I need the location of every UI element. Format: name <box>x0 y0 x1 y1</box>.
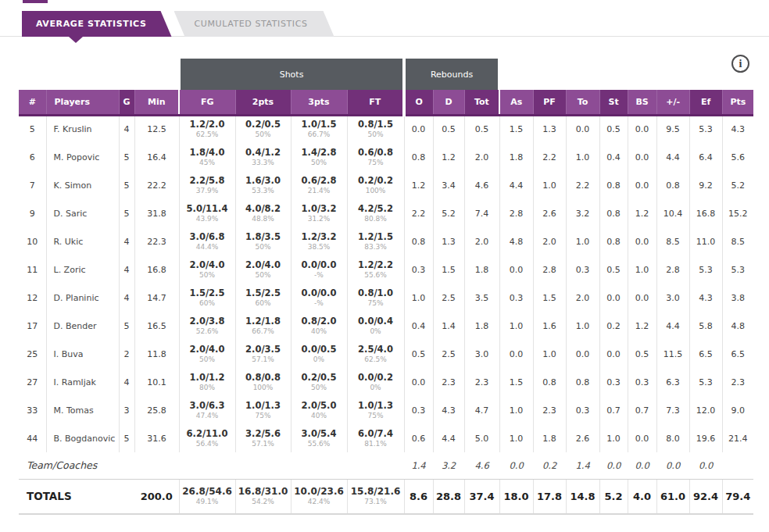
stat-cell: 0.0 <box>599 284 628 312</box>
stat-cell: 1.4 <box>433 312 464 340</box>
tab-average-statistics[interactable]: AVERAGE STATISTICS <box>22 11 172 37</box>
totals-shot-cell: 15.8/21.673.1% <box>347 479 404 514</box>
stat-cell: 2.0 <box>566 284 599 312</box>
shot-made-attempted: 16.8/31.0 <box>236 487 291 497</box>
shot-stat-cell: 2.0/3.852.6% <box>179 312 235 340</box>
stat-cell: 2.0 <box>533 227 566 255</box>
totals-stat-cell: 28.8 <box>433 479 464 514</box>
shot-percentage: -% <box>292 299 347 308</box>
stat-cell: 0.0 <box>628 171 656 199</box>
minutes-cell: 31.6 <box>134 424 179 452</box>
games-cell: 2 <box>119 340 134 368</box>
shot-percentage: 50% <box>292 384 347 392</box>
tab-bar: AVERAGE STATISTICS CUMULATED STATISTICS <box>22 11 334 37</box>
stat-cell: 2.2 <box>566 171 599 199</box>
shot-percentage: 40% <box>292 327 347 336</box>
group-header-shots: Shots <box>179 59 404 90</box>
shot-percentage: 33.3% <box>236 159 291 167</box>
stat-cell: 5.3 <box>689 368 722 396</box>
group-header-row: ShotsRebounds <box>19 59 753 90</box>
stat-cell: 4.4 <box>656 312 689 340</box>
shot-made-attempted: 0.2/0.5 <box>236 120 291 130</box>
stat-cell: 2.2 <box>404 199 433 227</box>
stat-cell: 0.6 <box>404 424 433 452</box>
shot-percentage: 31.2% <box>292 215 347 223</box>
shot-stat-cell: 1.2/3.238.5% <box>291 227 347 255</box>
shot-made-attempted: 1.2/3.2 <box>292 232 347 242</box>
stat-cell: 0.8 <box>566 368 599 396</box>
column-header-bs: BS <box>628 90 656 115</box>
shot-stat-cell: 4.2/5.280.8% <box>347 199 404 227</box>
column-header-plusminus: +/- <box>656 90 689 115</box>
stat-cell: 2.3 <box>722 368 753 396</box>
stat-cell: 2.8 <box>656 255 689 284</box>
stat-cell: 1.2 <box>628 199 656 227</box>
shot-made-attempted: 2.2/5.8 <box>180 176 235 186</box>
stat-cell: 2.5 <box>433 284 464 312</box>
stat-cell: 1.0 <box>499 396 533 424</box>
stat-cell: 0.3 <box>628 368 656 396</box>
stat-cell: 4.7 <box>464 396 499 424</box>
stat-cell: 1.3 <box>433 227 464 255</box>
stat-cell: 0.0 <box>599 340 628 368</box>
player-number-cell: 17 <box>19 312 46 340</box>
stat-cell: 3.8 <box>722 284 753 312</box>
stat-cell: 2.2 <box>533 143 566 171</box>
stat-cell: 21.4 <box>722 424 753 452</box>
column-header-g: G <box>119 90 134 115</box>
shot-stat-cell: 1.5/2.560% <box>235 284 291 312</box>
shot-made-attempted: 0.2/0.5 <box>292 373 347 383</box>
shot-made-attempted: 1.0/1.5 <box>292 120 347 130</box>
player-name-cell: I. Buva <box>46 340 119 368</box>
shot-stat-cell: 0.8/0.8100% <box>235 368 291 396</box>
player-name-cell: D. Planinic <box>46 284 119 312</box>
column-header-o: O <box>404 90 433 115</box>
stat-cell: 9.2 <box>689 171 722 199</box>
games-cell: 5 <box>119 312 134 340</box>
player-number-cell: 12 <box>19 284 46 312</box>
tab-cumulated-statistics[interactable]: CUMULATED STATISTICS <box>174 11 334 37</box>
column-header-d: D <box>433 90 464 115</box>
minutes-cell: 31.8 <box>134 199 179 227</box>
totals-shot-cell: 16.8/31.054.2% <box>235 479 291 514</box>
stat-cell: 7.4 <box>464 199 499 227</box>
shot-percentage: 55.6% <box>292 440 347 448</box>
player-name-cell: B. Bogdanovic <box>46 424 119 452</box>
shot-made-attempted: 4.0/8.2 <box>236 204 291 214</box>
stat-cell: 4.3 <box>433 396 464 424</box>
player-name-cell: D. Bender <box>46 312 119 340</box>
team-stat-cell: 0.0 <box>499 452 533 479</box>
stat-cell: 5.0 <box>464 424 499 452</box>
shot-made-attempted: 3.0/6.3 <box>180 401 235 411</box>
shot-stat-cell: 1.4/2.850% <box>291 143 347 171</box>
stat-cell: 0.0 <box>404 368 433 396</box>
column-header-min: Min <box>134 90 179 115</box>
shot-stat-cell: 2.0/4.050% <box>179 340 235 368</box>
shot-made-attempted: 10.0/23.6 <box>292 487 347 497</box>
totals-minutes-cell: 200.0 <box>134 479 179 514</box>
shot-made-attempted: 2.5/4.0 <box>348 345 404 355</box>
stat-cell: 0.0 <box>566 340 599 368</box>
stat-cell: 1.8 <box>533 424 566 452</box>
totals-stat-cell: 14.8 <box>566 479 599 514</box>
shot-stat-cell: 1.8/4.045% <box>179 143 235 171</box>
totals-stat-cell: 17.8 <box>533 479 566 514</box>
column-header-num: # <box>19 90 46 115</box>
shot-percentage: 50% <box>180 355 235 364</box>
shot-percentage: 42.4% <box>292 498 347 506</box>
shot-made-attempted: 1.2/1.8 <box>236 316 291 327</box>
stat-cell: 0.5 <box>599 255 628 284</box>
player-name-cell: K. Simon <box>46 171 119 199</box>
stat-cell: 1.0 <box>628 255 656 284</box>
shot-stat-cell: 1.0/1.375% <box>235 396 291 424</box>
group-spacer-right <box>499 59 753 90</box>
shot-percentage: 21.4% <box>292 187 347 195</box>
shot-percentage: 62.5% <box>180 130 235 139</box>
games-cell: 5 <box>119 143 134 171</box>
group-header-rebounds: Rebounds <box>404 59 499 90</box>
shot-percentage: 66.7% <box>236 327 291 336</box>
shot-stat-cell: 0.4/1.233.3% <box>235 143 291 171</box>
shot-stat-cell: 0.0/0.40% <box>347 312 404 340</box>
minutes-cell: 16.4 <box>134 143 179 171</box>
shot-stat-cell: 0.6/2.821.4% <box>291 171 347 199</box>
